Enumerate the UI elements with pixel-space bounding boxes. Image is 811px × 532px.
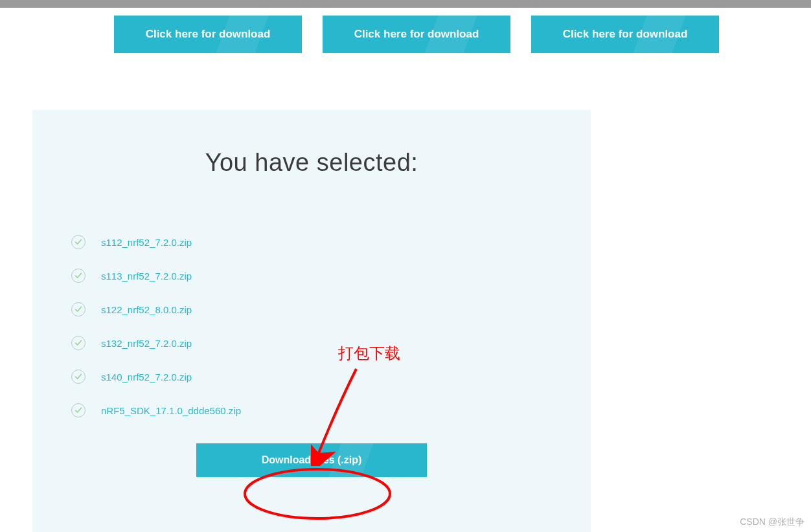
list-item: s132_nrf52_7.2.0.zip bbox=[71, 336, 591, 350]
selected-file-list: s112_nrf52_7.2.0.zip s113_nrf52_7.2.0.zi… bbox=[32, 235, 591, 417]
list-item: s113_nrf52_7.2.0.zip bbox=[71, 269, 591, 283]
download-button-1[interactable]: Click here for download bbox=[114, 16, 302, 53]
file-link-s132[interactable]: s132_nrf52_7.2.0.zip bbox=[101, 338, 192, 349]
panel-title: You have selected: bbox=[32, 149, 591, 177]
file-link-s112[interactable]: s112_nrf52_7.2.0.zip bbox=[101, 237, 192, 248]
check-icon bbox=[71, 235, 86, 249]
list-item: s122_nrf52_8.0.0.zip bbox=[71, 302, 591, 316]
check-icon bbox=[71, 336, 86, 350]
list-item: s140_nrf52_7.2.0.zip bbox=[71, 370, 591, 384]
list-item: nRF5_SDK_17.1.0_ddde560.zip bbox=[71, 403, 591, 417]
check-icon bbox=[71, 302, 86, 316]
download-button-2[interactable]: Click here for download bbox=[323, 16, 510, 53]
file-link-s122[interactable]: s122_nrf52_8.0.0.zip bbox=[101, 304, 192, 315]
file-link-sdk[interactable]: nRF5_SDK_17.1.0_ddde560.zip bbox=[101, 405, 241, 416]
top-gray-bar bbox=[0, 0, 811, 8]
watermark-text: CSDN @张世争 bbox=[740, 516, 805, 528]
file-link-s140[interactable]: s140_nrf52_7.2.0.zip bbox=[101, 371, 192, 382]
selection-panel: You have selected: s112_nrf52_7.2.0.zip … bbox=[32, 110, 591, 532]
download-files-zip-button[interactable]: Download files (.zip) bbox=[196, 443, 427, 477]
check-icon bbox=[71, 403, 86, 417]
download-button-3[interactable]: Click here for download bbox=[531, 16, 719, 53]
check-icon bbox=[71, 269, 86, 283]
list-item: s112_nrf52_7.2.0.zip bbox=[71, 235, 591, 249]
file-link-s113[interactable]: s113_nrf52_7.2.0.zip bbox=[101, 271, 192, 282]
download-buttons-row: Click here for download Click here for d… bbox=[0, 16, 811, 53]
check-icon bbox=[71, 370, 86, 384]
